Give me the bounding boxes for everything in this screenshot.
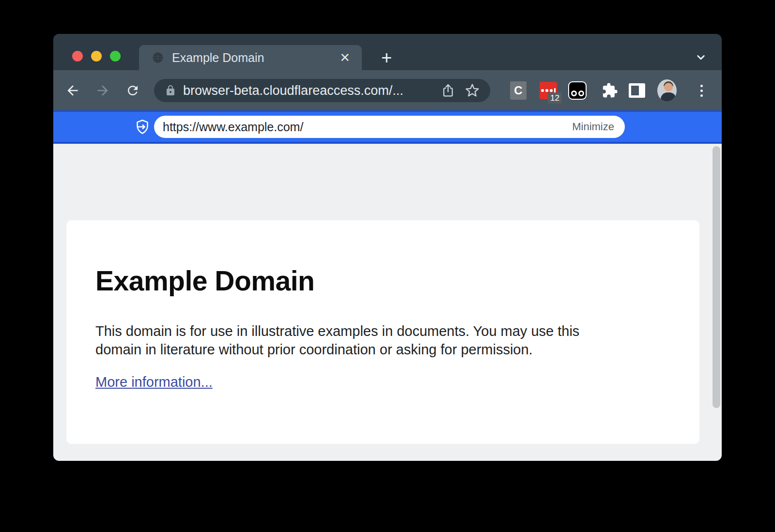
page-title: Example Domain bbox=[95, 265, 314, 297]
more-information-link[interactable]: More information... bbox=[95, 374, 213, 390]
side-panel-button[interactable] bbox=[627, 81, 647, 100]
side-panel-icon bbox=[629, 83, 645, 98]
isolation-bar: https://www.example.com/ Minimize bbox=[53, 110, 722, 144]
reload-button[interactable] bbox=[124, 82, 141, 99]
window-zoom-button[interactable] bbox=[110, 51, 121, 61]
back-button[interactable] bbox=[64, 82, 81, 99]
shield-arrow-icon bbox=[134, 118, 151, 136]
paragraph-line: domain in literature without prior coord… bbox=[95, 340, 579, 359]
bookmark-star-icon[interactable] bbox=[464, 82, 480, 99]
forward-button[interactable] bbox=[94, 82, 111, 99]
page-viewport: Example Domain This domain is for use in… bbox=[53, 144, 722, 461]
address-bar[interactable]: browser-beta.cloudflareaccess.com/... bbox=[154, 79, 490, 102]
window-close-button[interactable] bbox=[72, 51, 83, 61]
puzzle-icon bbox=[602, 82, 618, 99]
three-dots-icon bbox=[700, 85, 703, 97]
goggles-extension-button[interactable] bbox=[568, 81, 587, 100]
paragraph-line: This domain is for use in illustrative e… bbox=[95, 322, 579, 340]
avatar-photo bbox=[657, 79, 677, 102]
isolation-url-field[interactable]: https://www.example.com/ Minimize bbox=[154, 116, 625, 138]
tab-close-icon[interactable]: ✕ bbox=[337, 50, 353, 65]
address-bar-url: browser-beta.cloudflareaccess.com/... bbox=[183, 83, 432, 98]
new-tab-button[interactable]: + bbox=[376, 47, 397, 69]
minimize-bar-button[interactable]: Minimize bbox=[572, 121, 614, 133]
profile-avatar[interactable] bbox=[657, 81, 677, 100]
tab-search-chevron-icon[interactable] bbox=[694, 50, 708, 64]
content-card: Example Domain This domain is for use in… bbox=[66, 220, 699, 444]
c-extension-icon: C bbox=[510, 81, 527, 100]
lock-icon[interactable] bbox=[165, 85, 176, 96]
screenshot-stage: Example Domain ✕ + bbox=[0, 0, 775, 532]
password-dots-icon: 12 bbox=[540, 82, 557, 99]
extension-badge: 12 bbox=[548, 92, 562, 104]
window-minimize-button[interactable] bbox=[91, 51, 102, 61]
extensions-menu-button[interactable] bbox=[600, 81, 620, 100]
c-extension-button[interactable]: C bbox=[509, 81, 528, 100]
page-paragraph: This domain is for use in illustrative e… bbox=[95, 322, 579, 359]
share-icon[interactable] bbox=[440, 82, 456, 99]
password-extension-button[interactable]: 12 bbox=[539, 81, 558, 100]
tab-strip: Example Domain ✕ + bbox=[53, 34, 722, 70]
browser-menu-button[interactable] bbox=[692, 81, 711, 100]
tab-title: Example Domain bbox=[172, 51, 337, 65]
isolation-url-text: https://www.example.com/ bbox=[163, 120, 572, 134]
browser-tab[interactable]: Example Domain ✕ bbox=[139, 45, 362, 70]
globe-favicon-icon bbox=[152, 51, 164, 64]
toolbar: browser-beta.cloudflareaccess.com/... C bbox=[53, 70, 722, 110]
goggles-icon bbox=[568, 81, 587, 100]
browser-window: Example Domain ✕ + bbox=[53, 34, 722, 461]
page-scrollbar-thumb[interactable] bbox=[713, 146, 720, 408]
